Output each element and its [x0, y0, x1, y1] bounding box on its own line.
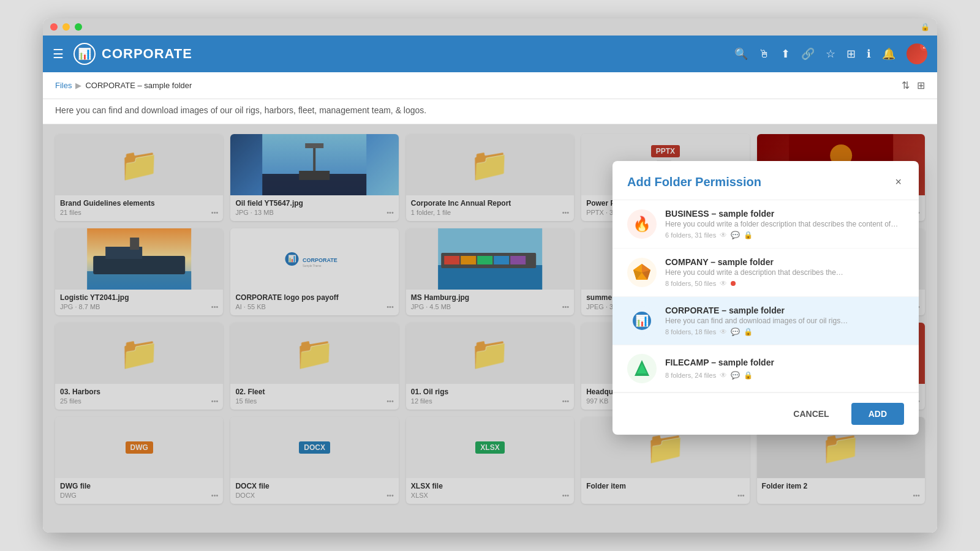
- folder-item-meta: 8 folders, 50 files 👁: [665, 279, 904, 288]
- app-title: CORPORATE: [102, 46, 192, 62]
- app-window: 🔒 ☰ 📊 CORPORATE 🔍 🖱 ⬆ 🔗 ☆ ⊞ ℹ 🔔 2: [43, 18, 937, 533]
- minimize-button[interactable]: [62, 23, 70, 31]
- grid-icon[interactable]: ⊞: [846, 47, 856, 61]
- chart-icon: 📊: [78, 47, 91, 61]
- modal-footer: CANCEL ADD: [612, 392, 919, 435]
- navbar: ☰ 📊 CORPORATE 🔍 🖱 ⬆ 🔗 ☆ ⊞ ℹ 🔔 2: [43, 36, 937, 72]
- eye-icon: 👁: [720, 328, 727, 336]
- folder-item-meta: 8 folders, 18 files 👁 💬 🔒: [665, 328, 904, 336]
- folder-item-filecamp[interactable]: FILECAMP – sample folder 8 folders, 24 f…: [612, 345, 919, 392]
- company-folder-icon: [627, 258, 657, 287]
- modal-title: Add Folder Permission: [627, 175, 761, 189]
- eye-icon: 👁: [720, 231, 727, 239]
- add-button[interactable]: ADD: [851, 403, 904, 425]
- comment-icon: 💬: [731, 231, 740, 239]
- breadcrumb: Files ▶ CORPORATE – sample folder: [55, 81, 192, 90]
- folder-item-meta: 8 folders, 24 files 👁 💬 🔒: [665, 371, 904, 380]
- lock-icon: 🔒: [921, 23, 930, 31]
- upload-icon[interactable]: ⬆: [781, 47, 790, 61]
- modal-body: 🔥 BUSINESS – sample folder Here you coul…: [612, 200, 919, 392]
- folder-item-name: COMPANY – sample folder: [665, 257, 904, 267]
- bell-icon[interactable]: 🔔: [882, 47, 895, 61]
- lock-meta-icon: 🔒: [744, 328, 753, 336]
- folder-item-name: FILECAMP – sample folder: [665, 358, 904, 367]
- avatar[interactable]: 2: [907, 43, 927, 64]
- folder-description: Here you can find and download images of…: [55, 105, 925, 115]
- filecamp-folder-icon: [627, 354, 657, 383]
- folder-item-info: BUSINESS – sample folder Here you could …: [665, 209, 904, 239]
- breadcrumb-bar: Files ▶ CORPORATE – sample folder ⇅ ⊞: [43, 72, 937, 99]
- close-button[interactable]: [50, 23, 58, 31]
- folder-count: 8 folders, 24 files: [665, 372, 716, 379]
- nav-actions: 🔍 🖱 ⬆ 🔗 ☆ ⊞ ℹ 🔔 2: [734, 43, 927, 64]
- folder-item-business[interactable]: 🔥 BUSINESS – sample folder Here you coul…: [612, 200, 919, 249]
- folder-item-description: Here you can find and download images of…: [665, 317, 904, 325]
- hamburger-menu-icon[interactable]: ☰: [53, 47, 64, 61]
- grid-view-icon[interactable]: ⊞: [917, 80, 925, 91]
- comment-icon: 💬: [731, 328, 740, 336]
- folder-item-name: CORPORATE – sample folder: [665, 305, 904, 315]
- cursor-icon[interactable]: 🖱: [759, 48, 770, 61]
- lock-meta-icon: 🔒: [744, 371, 753, 380]
- folder-item-corporate[interactable]: 📊 CORPORATE – sample folder Here you can…: [612, 297, 919, 345]
- titlebar: 🔒: [43, 18, 937, 36]
- eye-icon: 👁: [720, 279, 727, 288]
- sort-icon[interactable]: ⇅: [902, 80, 910, 91]
- modal-overlay[interactable]: Add Folder Permission × 🔥 BUSINESS – sam…: [43, 124, 937, 533]
- folder-item-company[interactable]: COMPANY – sample folder Here you could w…: [612, 249, 919, 297]
- folder-count: 8 folders, 18 files: [665, 328, 716, 335]
- eye-icon: 👁: [720, 371, 727, 380]
- folder-item-name: BUSINESS – sample folder: [665, 209, 904, 219]
- comment-icon: 💬: [731, 371, 740, 380]
- info-icon[interactable]: ℹ: [867, 47, 871, 61]
- modal-header: Add Folder Permission ×: [612, 161, 919, 200]
- business-folder-icon: 🔥: [627, 209, 657, 239]
- red-dot-indicator: [731, 281, 736, 286]
- folder-item-description: Here you could write a description that …: [665, 268, 904, 277]
- maximize-button[interactable]: [75, 23, 82, 31]
- folder-count: 6 folders, 31 files: [665, 231, 716, 239]
- folder-count: 8 folders, 50 files: [665, 280, 716, 287]
- search-icon[interactable]: 🔍: [734, 47, 748, 61]
- content-area: 📁 Brand Guidelines elements 21 files •••: [43, 124, 937, 533]
- breadcrumb-actions: ⇅ ⊞: [902, 80, 925, 91]
- folder-item-info: COMPANY – sample folder Here you could w…: [665, 257, 904, 288]
- folder-item-info: FILECAMP – sample folder 8 folders, 24 f…: [665, 358, 904, 380]
- svg-text:📊: 📊: [635, 314, 649, 328]
- folder-item-info: CORPORATE – sample folder Here you can f…: [665, 305, 904, 336]
- notification-badge: 2: [920, 43, 927, 51]
- lock-meta-icon: 🔒: [744, 231, 753, 239]
- logo-circle: 📊: [74, 43, 96, 65]
- app-logo[interactable]: 📊 CORPORATE: [74, 43, 192, 65]
- link-icon[interactable]: 🔗: [801, 47, 815, 61]
- star-icon[interactable]: ☆: [826, 47, 835, 61]
- cancel-button[interactable]: CANCEL: [778, 403, 843, 425]
- description-bar: Here you can find and download images of…: [43, 99, 937, 124]
- breadcrumb-current: CORPORATE – sample folder: [85, 81, 192, 90]
- folder-item-description: Here you could write a folder descriptio…: [665, 220, 904, 228]
- add-folder-permission-modal: Add Folder Permission × 🔥 BUSINESS – sam…: [612, 161, 919, 435]
- breadcrumb-files-link[interactable]: Files: [55, 81, 72, 90]
- breadcrumb-separator: ▶: [75, 81, 81, 90]
- corporate-folder-icon: 📊: [627, 306, 657, 335]
- folder-item-meta: 6 folders, 31 files 👁 💬 🔒: [665, 231, 904, 239]
- modal-close-button[interactable]: ×: [892, 173, 904, 191]
